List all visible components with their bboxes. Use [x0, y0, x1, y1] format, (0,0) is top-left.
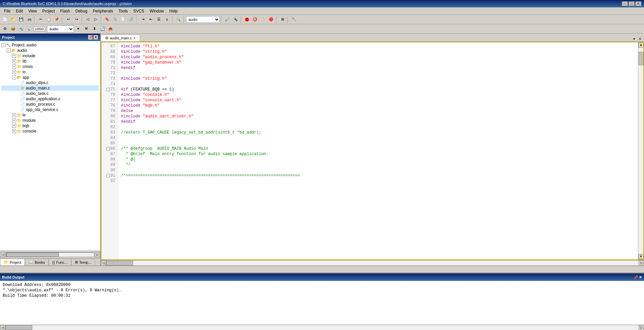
- tree-item-lib[interactable]: + 📁 lib: [1, 59, 99, 64]
- expand-cmsis[interactable]: +: [12, 65, 16, 69]
- tree-item-bqb[interactable]: + 📁 bqb: [1, 123, 99, 129]
- hscroll-left[interactable]: ◁: [101, 260, 106, 266]
- hscroll-right[interactable]: ▷: [639, 260, 644, 266]
- close-btn[interactable]: ✕: [635, 1, 641, 6]
- find-btn[interactable]: 🔍: [175, 16, 182, 23]
- left-scroll-right[interactable]: ▷: [95, 252, 100, 257]
- build-pin-btn[interactable]: 📌: [634, 275, 638, 280]
- vscroll-track[interactable]: [638, 48, 643, 254]
- save-all-btn[interactable]: 🗃: [26, 16, 33, 23]
- open-btn[interactable]: 📂: [9, 16, 17, 23]
- stop-btn[interactable]: ⭕: [251, 16, 259, 23]
- tb2-btn5[interactable]: ▾: [75, 25, 82, 33]
- save-btn[interactable]: 💾: [17, 16, 25, 23]
- editor-tab-close[interactable]: ✕: [133, 36, 136, 40]
- redo-btn[interactable]: ↪: [73, 16, 80, 23]
- copy-btn[interactable]: 📋: [45, 16, 52, 23]
- tb2-btn7[interactable]: ⬇: [91, 25, 98, 33]
- outdent-btn[interactable]: ⇤: [147, 16, 155, 23]
- tree-item-le[interactable]: + 📁 le: [1, 112, 99, 118]
- tb2-btn6[interactable]: ⚒: [83, 25, 90, 33]
- fold-75[interactable]: −: [106, 88, 110, 91]
- maximize-btn[interactable]: □: [629, 1, 635, 6]
- vscroll-down[interactable]: ▼: [638, 254, 644, 259]
- editor-tab-audio-main[interactable]: ⚙ audio_main.c ✕: [101, 35, 140, 41]
- window-btn[interactable]: ⊞: [279, 16, 286, 23]
- menu-file[interactable]: File: [1, 8, 13, 14]
- menu-view[interactable]: View: [26, 8, 40, 14]
- format2-btn[interactable]: ≡: [163, 16, 171, 23]
- indent-btn[interactable]: ⇥: [139, 16, 146, 23]
- tb2-btn2[interactable]: 📦: [9, 25, 17, 33]
- menu-project[interactable]: Project: [40, 8, 57, 14]
- tab-close-all-btn[interactable]: ✕: [637, 36, 643, 41]
- search3-btn[interactable]: 🔦: [232, 16, 239, 23]
- tree-item-spp-ota[interactable]: 📄 spp_ota_service.c: [1, 107, 99, 112]
- format-btn[interactable]: ☰: [155, 16, 163, 23]
- menu-window[interactable]: Window: [147, 8, 167, 14]
- cut-btn[interactable]: ✂: [37, 16, 44, 23]
- vscroll-thumb[interactable]: [639, 52, 643, 65]
- code-content[interactable]: #include "ftl.h" #include "string.h" #in…: [118, 42, 638, 259]
- menu-svcs[interactable]: SVCS: [131, 8, 147, 14]
- build-hscroll-right[interactable]: ▷: [639, 325, 644, 330]
- tree-item-module[interactable]: + 📁 module: [1, 118, 99, 123]
- paste-btn[interactable]: 📌: [53, 16, 60, 23]
- fold-86[interactable]: −: [106, 147, 110, 150]
- project-dropdown[interactable]: audio: [47, 26, 74, 32]
- build-close-btn[interactable]: ✕: [639, 275, 642, 280]
- build-hscroll-left[interactable]: ◁: [0, 325, 5, 330]
- menu-help[interactable]: Help: [167, 8, 180, 14]
- expand-lib[interactable]: +: [12, 59, 16, 63]
- tree-item-project-root[interactable]: − 🔧 Project: audio: [1, 42, 99, 48]
- fold-91[interactable]: −: [106, 174, 110, 177]
- debug-start-btn[interactable]: 🔴: [267, 16, 275, 23]
- tree-item-cmsis[interactable]: + 📁 cmsis: [1, 64, 99, 69]
- left-scroll-left[interactable]: ◁: [0, 252, 5, 257]
- expand-bqb[interactable]: +: [12, 124, 16, 128]
- build-hscroll-track[interactable]: [5, 325, 639, 330]
- tb2-btn1[interactable]: ⚙: [1, 25, 9, 33]
- search2-btn[interactable]: 🔎: [224, 16, 231, 23]
- tree-item-audio-application[interactable]: 📄 audio_application.c: [1, 96, 99, 102]
- menu-flash[interactable]: Flash: [57, 8, 73, 14]
- hscroll-thumb[interactable]: [106, 261, 133, 265]
- expand-module[interactable]: +: [12, 118, 16, 122]
- menu-tools[interactable]: Tools: [116, 8, 131, 14]
- tab-func[interactable]: {} Func...: [49, 259, 71, 265]
- expand-le[interactable]: +: [12, 113, 16, 117]
- download-btn[interactable]: ⬡: [259, 16, 267, 23]
- left-scroll-track[interactable]: [6, 252, 94, 257]
- tab-books[interactable]: 📖 Books: [25, 259, 49, 265]
- minimize-btn[interactable]: −: [622, 1, 628, 6]
- tree-item-audio-process[interactable]: 📄 audio_process.c: [1, 102, 99, 107]
- tree-item-audio-main[interactable]: ⚙ audio_main.c: [1, 85, 99, 91]
- tree-item-audio[interactable]: − 📂 audio: [1, 48, 99, 53]
- left-scroll-thumb[interactable]: [6, 253, 59, 257]
- tree-item-console[interactable]: + 📁 console: [1, 129, 99, 134]
- bookmark2-btn[interactable]: 📎: [112, 16, 119, 23]
- tb2-btn4[interactable]: 📡: [26, 25, 33, 33]
- nav-back-btn[interactable]: ◁: [84, 16, 91, 23]
- settings-btn[interactable]: 🔧: [290, 16, 298, 23]
- tb2-btn8[interactable]: 🔄: [99, 25, 106, 33]
- nav-fwd-btn[interactable]: ▷: [92, 16, 99, 23]
- bookmark4-btn[interactable]: 🔗: [128, 16, 135, 23]
- tree-item-app[interactable]: − 📂 app: [1, 75, 99, 80]
- hscroll-track[interactable]: [106, 261, 639, 265]
- expand-audio[interactable]: −: [7, 48, 11, 52]
- expand-console[interactable]: +: [12, 129, 16, 133]
- undo-btn[interactable]: ↩: [65, 16, 72, 23]
- expand-project[interactable]: −: [1, 43, 5, 47]
- menu-debug[interactable]: Debug: [73, 8, 90, 14]
- tab-list-btn[interactable]: ▾: [631, 36, 637, 41]
- tb2-btn3[interactable]: 🔩: [17, 25, 25, 33]
- project-close-btn[interactable]: ✕: [93, 35, 98, 40]
- tab-project[interactable]: 📁 Project: [0, 259, 25, 265]
- expand-app[interactable]: −: [12, 75, 16, 79]
- tree-item-audio-dlps[interactable]: 📄 audio_dlps.c: [1, 80, 99, 85]
- project-pin-btn[interactable]: 📌: [88, 35, 93, 40]
- tree-item-io[interactable]: + 📁 io: [1, 69, 99, 75]
- vscroll-up[interactable]: ▲: [638, 42, 644, 48]
- tab-temp[interactable]: ⊞ Temp...: [71, 259, 95, 265]
